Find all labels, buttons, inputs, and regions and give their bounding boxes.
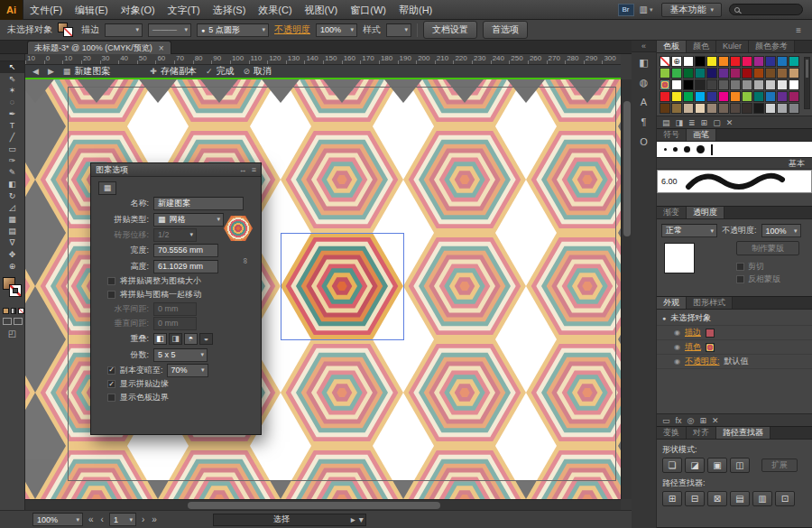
- swatch[interactable]: [742, 68, 752, 79]
- bridge-icon[interactable]: Br: [618, 4, 634, 16]
- swatch[interactable]: [742, 91, 752, 102]
- swatch[interactable]: [777, 68, 788, 79]
- brush-thumbnail[interactable]: [673, 147, 678, 152]
- gradient-tool[interactable]: ▤: [0, 226, 24, 237]
- link-dimensions-icon[interactable]: ∞: [241, 258, 250, 264]
- pattern-tile-tool-button[interactable]: ▦: [98, 181, 116, 195]
- close-icon[interactable]: ×: [159, 44, 164, 52]
- stroke-weight-select[interactable]: [105, 23, 143, 37]
- menu-object[interactable]: 对象(O): [115, 0, 161, 20]
- swatch[interactable]: [660, 56, 670, 67]
- magic-wand-tool[interactable]: ✶: [0, 85, 24, 97]
- swatch[interactable]: [671, 103, 682, 114]
- search-input[interactable]: [729, 4, 803, 15]
- swatch[interactable]: [753, 68, 764, 79]
- dialog-menu-icon[interactable]: ≡: [252, 165, 256, 174]
- swatch[interactable]: [683, 91, 694, 102]
- divide-button[interactable]: ⊞: [662, 491, 682, 506]
- lasso-tool[interactable]: ◌: [0, 97, 24, 108]
- horizontal-scrollbar-thumb[interactable]: [188, 502, 440, 509]
- paragraph-panel-icon[interactable]: ¶: [632, 112, 656, 132]
- minus-back-button[interactable]: ⊡: [775, 491, 795, 506]
- dialog-titlebar[interactable]: 图案选项 ↔ ≡: [91, 163, 261, 177]
- menu-type[interactable]: 文字(T): [161, 0, 207, 20]
- next-artboard-icon[interactable]: ›: [140, 514, 146, 524]
- collapse-dialog-icon[interactable]: ↔: [239, 165, 247, 174]
- workspace-switcher-button[interactable]: 基本功能 ▾: [661, 3, 722, 17]
- previous-artboard-icon[interactable]: ‹: [99, 514, 106, 524]
- merge-button[interactable]: ⊠: [707, 491, 727, 506]
- canvas-viewport[interactable]: 图案选项 ↔ ≡ ▦ ∞ 名称: 新建图案 拼贴类型: ▦ 网格 砖形位移: 1…: [25, 79, 621, 499]
- back-arrow-icon[interactable]: ◀: [32, 67, 39, 76]
- swatch[interactable]: [730, 68, 741, 79]
- menu-help[interactable]: 帮助(H): [392, 0, 438, 20]
- status-menu-icon[interactable]: ▾: [357, 514, 365, 524]
- invert-mask-checkbox[interactable]: [736, 275, 744, 283]
- crop-button[interactable]: ▤: [730, 491, 750, 506]
- preferences-button[interactable]: 首选项: [483, 21, 528, 39]
- swatch[interactable]: [753, 56, 764, 67]
- swatch[interactable]: [730, 103, 741, 114]
- swatch[interactable]: [742, 56, 752, 67]
- swatch[interactable]: [683, 79, 694, 90]
- tab-transform[interactable]: 变换: [657, 427, 687, 439]
- intersect-button[interactable]: ▣: [707, 458, 727, 473]
- draw-normal-button[interactable]: [3, 318, 12, 325]
- opacity-select[interactable]: 100%: [316, 23, 357, 37]
- swatch[interactable]: [706, 68, 717, 79]
- swatch[interactable]: [671, 68, 682, 79]
- control-panel-menu-icon[interactable]: ≡: [796, 25, 801, 35]
- swatch[interactable]: [742, 103, 752, 114]
- selection-tool[interactable]: ↖: [0, 61, 24, 73]
- artboard-number-select[interactable]: 1: [109, 513, 136, 526]
- minus-front-button[interactable]: ◪: [685, 458, 705, 473]
- swatch[interactable]: [695, 103, 706, 114]
- forward-arrow-icon[interactable]: ▶: [48, 67, 54, 76]
- paintbrush-tool[interactable]: ✑: [0, 155, 24, 167]
- tab-pathfinder[interactable]: 路径查找器: [716, 427, 770, 439]
- show-swatch-bounds-checkbox[interactable]: [107, 394, 115, 402]
- tab-kuler[interactable]: Kuler: [716, 41, 749, 52]
- eraser-tool[interactable]: ◧: [0, 179, 24, 190]
- eye-icon[interactable]: ◉: [674, 329, 680, 337]
- duplicate-item-icon[interactable]: ⊞: [699, 416, 706, 425]
- swatch[interactable]: [777, 91, 788, 102]
- swatch[interactable]: [695, 91, 706, 102]
- direct-selection-tool[interactable]: ⇖: [0, 73, 24, 85]
- status-flyout-icon[interactable]: ▸: [349, 514, 357, 524]
- swatch[interactable]: [753, 103, 764, 114]
- zoom-tool[interactable]: ⊕: [0, 261, 24, 273]
- eyedropper-tool[interactable]: ∇: [0, 237, 24, 249]
- tile-type-select[interactable]: ▦ 网格: [153, 213, 224, 227]
- stroke-color-swatch[interactable]: [9, 284, 22, 297]
- swatch[interactable]: [718, 56, 729, 67]
- new-effect-icon[interactable]: fx: [676, 416, 682, 425]
- rotate-tool[interactable]: ↻: [0, 190, 24, 202]
- swatch[interactable]: [706, 56, 717, 67]
- delete-item-icon[interactable]: ✕: [712, 416, 719, 425]
- swatch[interactable]: [789, 68, 799, 79]
- swatch[interactable]: [718, 79, 729, 90]
- swatch[interactable]: [765, 103, 776, 114]
- first-artboard-icon[interactable]: «: [87, 514, 96, 524]
- dim-copies-checkbox[interactable]: [107, 366, 115, 375]
- swatch-kinds-icon[interactable]: ◨: [676, 118, 684, 127]
- eye-icon[interactable]: ◉: [674, 343, 680, 351]
- swatch[interactable]: [777, 103, 788, 114]
- brush-definition-select[interactable]: ● 5 点圆形: [197, 23, 269, 37]
- new-color-group-icon[interactable]: ⊞: [701, 118, 708, 127]
- line-segment-tool[interactable]: ╱: [0, 132, 24, 144]
- exclude-button[interactable]: ◫: [730, 458, 750, 473]
- selected-brush-item[interactable]: 6.00: [657, 170, 812, 193]
- cancel-button[interactable]: ⊘ 取消: [243, 65, 272, 78]
- scale-tool[interactable]: ◿: [0, 202, 24, 214]
- width-profile-select[interactable]: ———: [148, 23, 191, 37]
- pattern-name-input[interactable]: 新建图案: [153, 197, 244, 210]
- tab-color-guide[interactable]: 颜色参考: [749, 41, 795, 52]
- type-tool[interactable]: T: [0, 120, 24, 132]
- object-thumbnail[interactable]: [664, 243, 695, 273]
- pencil-tool[interactable]: ✎: [0, 167, 24, 179]
- swatch[interactable]: [660, 103, 670, 114]
- fill-color-chip[interactable]: [706, 343, 715, 352]
- swatch[interactable]: [683, 68, 694, 79]
